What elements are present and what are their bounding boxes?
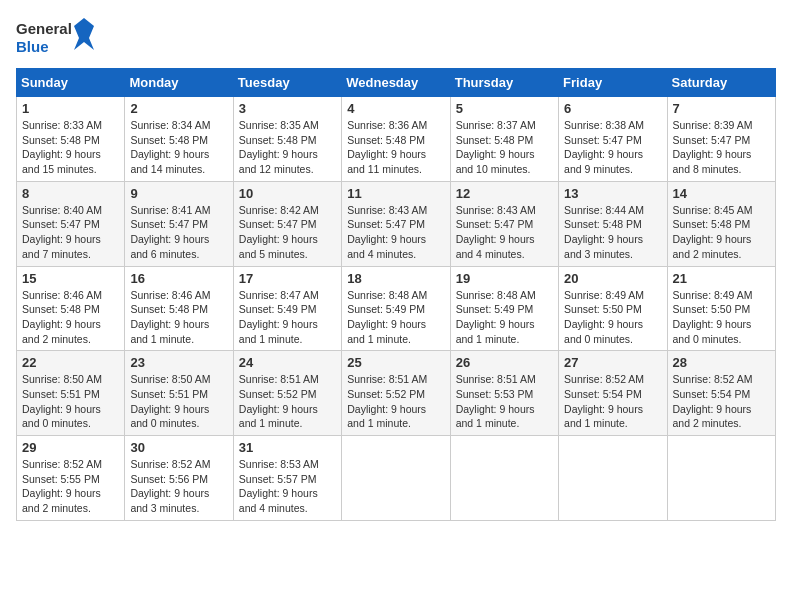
day-number: 22 [22, 355, 119, 370]
day-info: Sunrise: 8:52 AM Sunset: 5:55 PM Dayligh… [22, 457, 119, 516]
day-info: Sunrise: 8:40 AM Sunset: 5:47 PM Dayligh… [22, 203, 119, 262]
day-cell: 8 Sunrise: 8:40 AM Sunset: 5:47 PM Dayli… [17, 181, 125, 266]
day-number: 16 [130, 271, 227, 286]
day-number: 17 [239, 271, 336, 286]
week-row-2: 8 Sunrise: 8:40 AM Sunset: 5:47 PM Dayli… [17, 181, 776, 266]
day-number: 30 [130, 440, 227, 455]
day-info: Sunrise: 8:37 AM Sunset: 5:48 PM Dayligh… [456, 118, 553, 177]
day-number: 31 [239, 440, 336, 455]
week-row-3: 15 Sunrise: 8:46 AM Sunset: 5:48 PM Dayl… [17, 266, 776, 351]
day-info: Sunrise: 8:51 AM Sunset: 5:53 PM Dayligh… [456, 372, 553, 431]
day-number: 29 [22, 440, 119, 455]
day-cell: 21 Sunrise: 8:49 AM Sunset: 5:50 PM Dayl… [667, 266, 775, 351]
day-number: 12 [456, 186, 553, 201]
day-number: 10 [239, 186, 336, 201]
day-number: 25 [347, 355, 444, 370]
day-number: 26 [456, 355, 553, 370]
day-info: Sunrise: 8:49 AM Sunset: 5:50 PM Dayligh… [673, 288, 770, 347]
day-info: Sunrise: 8:39 AM Sunset: 5:47 PM Dayligh… [673, 118, 770, 177]
day-number: 18 [347, 271, 444, 286]
week-row-4: 22 Sunrise: 8:50 AM Sunset: 5:51 PM Dayl… [17, 351, 776, 436]
day-number: 24 [239, 355, 336, 370]
day-cell: 31 Sunrise: 8:53 AM Sunset: 5:57 PM Dayl… [233, 436, 341, 521]
day-info: Sunrise: 8:52 AM Sunset: 5:56 PM Dayligh… [130, 457, 227, 516]
day-info: Sunrise: 8:34 AM Sunset: 5:48 PM Dayligh… [130, 118, 227, 177]
day-info: Sunrise: 8:43 AM Sunset: 5:47 PM Dayligh… [456, 203, 553, 262]
day-info: Sunrise: 8:42 AM Sunset: 5:47 PM Dayligh… [239, 203, 336, 262]
day-info: Sunrise: 8:52 AM Sunset: 5:54 PM Dayligh… [673, 372, 770, 431]
day-cell [559, 436, 667, 521]
day-info: Sunrise: 8:44 AM Sunset: 5:48 PM Dayligh… [564, 203, 661, 262]
day-cell: 2 Sunrise: 8:34 AM Sunset: 5:48 PM Dayli… [125, 97, 233, 182]
header-cell-thursday: Thursday [450, 69, 558, 97]
day-number: 20 [564, 271, 661, 286]
day-number: 11 [347, 186, 444, 201]
svg-marker-2 [74, 18, 94, 50]
day-info: Sunrise: 8:47 AM Sunset: 5:49 PM Dayligh… [239, 288, 336, 347]
day-cell: 7 Sunrise: 8:39 AM Sunset: 5:47 PM Dayli… [667, 97, 775, 182]
day-cell: 29 Sunrise: 8:52 AM Sunset: 5:55 PM Dayl… [17, 436, 125, 521]
header-row: SundayMondayTuesdayWednesdayThursdayFrid… [17, 69, 776, 97]
day-number: 14 [673, 186, 770, 201]
day-number: 4 [347, 101, 444, 116]
day-info: Sunrise: 8:50 AM Sunset: 5:51 PM Dayligh… [130, 372, 227, 431]
day-number: 2 [130, 101, 227, 116]
logo-svg: General Blue [16, 16, 96, 60]
day-info: Sunrise: 8:49 AM Sunset: 5:50 PM Dayligh… [564, 288, 661, 347]
day-cell: 12 Sunrise: 8:43 AM Sunset: 5:47 PM Dayl… [450, 181, 558, 266]
day-cell: 23 Sunrise: 8:50 AM Sunset: 5:51 PM Dayl… [125, 351, 233, 436]
day-cell: 30 Sunrise: 8:52 AM Sunset: 5:56 PM Dayl… [125, 436, 233, 521]
day-info: Sunrise: 8:35 AM Sunset: 5:48 PM Dayligh… [239, 118, 336, 177]
day-info: Sunrise: 8:36 AM Sunset: 5:48 PM Dayligh… [347, 118, 444, 177]
day-cell: 3 Sunrise: 8:35 AM Sunset: 5:48 PM Dayli… [233, 97, 341, 182]
day-info: Sunrise: 8:33 AM Sunset: 5:48 PM Dayligh… [22, 118, 119, 177]
day-cell: 28 Sunrise: 8:52 AM Sunset: 5:54 PM Dayl… [667, 351, 775, 436]
day-info: Sunrise: 8:46 AM Sunset: 5:48 PM Dayligh… [130, 288, 227, 347]
day-number: 27 [564, 355, 661, 370]
day-cell: 26 Sunrise: 8:51 AM Sunset: 5:53 PM Dayl… [450, 351, 558, 436]
day-number: 1 [22, 101, 119, 116]
week-row-1: 1 Sunrise: 8:33 AM Sunset: 5:48 PM Dayli… [17, 97, 776, 182]
header-cell-monday: Monday [125, 69, 233, 97]
header-cell-friday: Friday [559, 69, 667, 97]
header-cell-saturday: Saturday [667, 69, 775, 97]
day-number: 9 [130, 186, 227, 201]
day-info: Sunrise: 8:48 AM Sunset: 5:49 PM Dayligh… [456, 288, 553, 347]
header: General Blue [16, 16, 776, 60]
svg-text:Blue: Blue [16, 38, 49, 55]
day-cell: 11 Sunrise: 8:43 AM Sunset: 5:47 PM Dayl… [342, 181, 450, 266]
day-number: 3 [239, 101, 336, 116]
day-number: 28 [673, 355, 770, 370]
day-cell: 1 Sunrise: 8:33 AM Sunset: 5:48 PM Dayli… [17, 97, 125, 182]
day-cell: 27 Sunrise: 8:52 AM Sunset: 5:54 PM Dayl… [559, 351, 667, 436]
day-number: 8 [22, 186, 119, 201]
day-info: Sunrise: 8:41 AM Sunset: 5:47 PM Dayligh… [130, 203, 227, 262]
day-cell [342, 436, 450, 521]
day-cell: 4 Sunrise: 8:36 AM Sunset: 5:48 PM Dayli… [342, 97, 450, 182]
day-cell: 18 Sunrise: 8:48 AM Sunset: 5:49 PM Dayl… [342, 266, 450, 351]
day-cell: 13 Sunrise: 8:44 AM Sunset: 5:48 PM Dayl… [559, 181, 667, 266]
day-cell: 20 Sunrise: 8:49 AM Sunset: 5:50 PM Dayl… [559, 266, 667, 351]
header-cell-wednesday: Wednesday [342, 69, 450, 97]
calendar-table: SundayMondayTuesdayWednesdayThursdayFrid… [16, 68, 776, 521]
header-cell-sunday: Sunday [17, 69, 125, 97]
week-row-5: 29 Sunrise: 8:52 AM Sunset: 5:55 PM Dayl… [17, 436, 776, 521]
day-cell: 25 Sunrise: 8:51 AM Sunset: 5:52 PM Dayl… [342, 351, 450, 436]
day-number: 13 [564, 186, 661, 201]
day-number: 7 [673, 101, 770, 116]
logo: General Blue [16, 16, 96, 60]
day-info: Sunrise: 8:53 AM Sunset: 5:57 PM Dayligh… [239, 457, 336, 516]
day-number: 15 [22, 271, 119, 286]
svg-text:General: General [16, 20, 72, 37]
day-info: Sunrise: 8:52 AM Sunset: 5:54 PM Dayligh… [564, 372, 661, 431]
day-cell: 22 Sunrise: 8:50 AM Sunset: 5:51 PM Dayl… [17, 351, 125, 436]
day-number: 23 [130, 355, 227, 370]
day-info: Sunrise: 8:45 AM Sunset: 5:48 PM Dayligh… [673, 203, 770, 262]
day-info: Sunrise: 8:51 AM Sunset: 5:52 PM Dayligh… [239, 372, 336, 431]
day-info: Sunrise: 8:43 AM Sunset: 5:47 PM Dayligh… [347, 203, 444, 262]
day-number: 6 [564, 101, 661, 116]
day-number: 19 [456, 271, 553, 286]
day-number: 5 [456, 101, 553, 116]
day-cell: 24 Sunrise: 8:51 AM Sunset: 5:52 PM Dayl… [233, 351, 341, 436]
day-info: Sunrise: 8:51 AM Sunset: 5:52 PM Dayligh… [347, 372, 444, 431]
